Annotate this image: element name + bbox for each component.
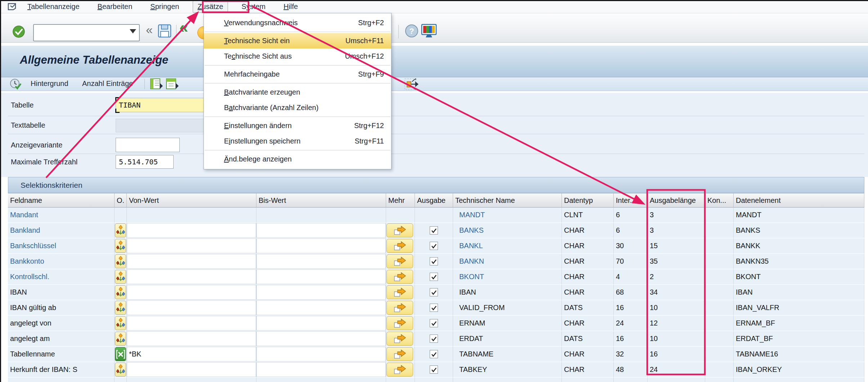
menu-item-batchvariante-erzeugen[interactable]: Batchvariante erzeugen: [204, 85, 391, 100]
menubar-item-springen[interactable]: Springen: [146, 1, 183, 12]
multiple-selection-icon[interactable]: [115, 363, 126, 377]
von-wert-cell[interactable]: [127, 285, 256, 300]
cell-selection-option: [115, 208, 127, 223]
anzahl-eintraege-button[interactable]: Anzahl Einträge: [82, 79, 133, 88]
save-icon[interactable]: [157, 23, 172, 40]
cell-feldname: Herkunft der IBAN: S: [8, 362, 115, 378]
mehr-selection-button[interactable]: [386, 223, 413, 237]
menu-item-shortcut: Strg+F12: [354, 122, 384, 130]
menu-separator: [205, 117, 390, 117]
menubar-item-system[interactable]: System: [237, 1, 270, 12]
ausgabe-checkbox[interactable]: [430, 288, 438, 296]
maximale-trefferzahl-input[interactable]: 5.514.705: [116, 155, 174, 169]
multiple-selection-icon[interactable]: [115, 270, 126, 284]
table-arrow-icon-1[interactable]: [150, 78, 164, 91]
menu-separator: [205, 32, 390, 32]
mehr-selection-button[interactable]: [386, 316, 413, 330]
ok-check-icon[interactable]: [12, 25, 25, 40]
multiple-selection-icon[interactable]: [115, 254, 126, 268]
bis-wert-cell[interactable]: [256, 300, 386, 316]
mehr-selection-button[interactable]: [386, 363, 413, 377]
von-wert-cell[interactable]: [127, 362, 256, 378]
system-menu-icon[interactable]: [7, 2, 18, 11]
table-arrow-icon-2[interactable]: [166, 78, 179, 91]
von-wert-cell[interactable]: [127, 238, 256, 254]
menu-item-technische-sicht-aus[interactable]: Technische Sicht ausUmsch+F12: [204, 49, 391, 64]
bis-wert-cell[interactable]: [256, 254, 386, 269]
menu-item-verwendungsnachweis[interactable]: VerwendungsnachweisStrg+F2: [204, 15, 391, 31]
mehr-selection-button[interactable]: [386, 347, 413, 361]
mehr-selection-button[interactable]: [386, 285, 413, 299]
menu-item--nd-belege-anzeigen[interactable]: Änd.belege anzeigen: [204, 151, 391, 167]
ausgabe-checkbox[interactable]: [430, 242, 438, 250]
cell-ausgabe: [415, 316, 453, 331]
von-wert-cell[interactable]: [127, 300, 256, 316]
von-wert-cell[interactable]: *BK: [127, 347, 256, 362]
mehr-selection-button[interactable]: [386, 254, 413, 268]
cell-mehr: [386, 238, 415, 254]
bis-wert-cell[interactable]: [256, 269, 386, 285]
menu-item-batchvariante-anzahl-zeilen-[interactable]: Batchvariante (Anzahl Zeilen): [204, 100, 391, 115]
bis-wert-cell[interactable]: [256, 285, 386, 300]
von-wert-cell[interactable]: [127, 269, 256, 285]
menubar-item-hilfe[interactable]: Hilfe: [279, 1, 302, 12]
multiple-selection-icon[interactable]: [115, 316, 126, 330]
mehr-selection-button[interactable]: [386, 301, 413, 315]
ausgabe-checkbox[interactable]: [430, 365, 438, 374]
cell-interne-laenge: 48: [614, 362, 648, 378]
command-dropdown-arrow-icon[interactable]: [130, 29, 136, 33]
multiple-selection-icon[interactable]: [115, 239, 126, 253]
bis-wert-cell[interactable]: [256, 238, 386, 254]
multiple-selection-icon[interactable]: [115, 332, 126, 346]
collapse-chevrons-icon[interactable]: «: [146, 23, 153, 37]
menu-item-technische-sicht-ein[interactable]: Technische Sicht einUmsch+F11: [204, 33, 391, 49]
von-wert-cell[interactable]: [127, 223, 256, 238]
empty-cell: [256, 378, 386, 382]
command-field[interactable]: [33, 24, 140, 41]
execute-background-clock-icon[interactable]: [9, 78, 22, 92]
von-wert-cell[interactable]: [127, 254, 256, 269]
ausgabe-checkbox[interactable]: [430, 350, 438, 358]
back-icon[interactable]: «: [179, 18, 188, 36]
bis-wert-cell[interactable]: [256, 316, 386, 331]
cell-mehr: [386, 223, 415, 238]
cell-ausgabelaenge: 12: [648, 316, 705, 331]
menu-item-label: Verwendungsnachweis: [224, 19, 298, 27]
multiple-selection-icon[interactable]: [115, 285, 126, 299]
mehr-selection-button[interactable]: [386, 270, 413, 284]
menubar-item-zustze[interactable]: Zusätze: [193, 1, 228, 13]
ausgabe-checkbox[interactable]: [430, 273, 438, 281]
page-title: Allgemeine Tabellenanzeige: [20, 54, 168, 67]
bis-wert-cell[interactable]: [256, 362, 386, 378]
bis-wert-cell[interactable]: [256, 331, 386, 347]
ausgabe-checkbox[interactable]: [430, 335, 438, 343]
mehr-selection-button[interactable]: [386, 239, 413, 253]
multiple-selection-icon[interactable]: [115, 223, 126, 237]
new-session-monitor-icon[interactable]: [421, 23, 437, 40]
ausgabe-checkbox[interactable]: [430, 257, 438, 265]
bis-wert-cell[interactable]: [256, 223, 386, 238]
table-row: BankkontoBANKNCHAR7035BANKN35: [8, 254, 864, 269]
ausgabe-checkbox[interactable]: [430, 226, 438, 235]
bis-wert-cell[interactable]: [256, 347, 386, 362]
von-wert-cell[interactable]: [127, 316, 256, 331]
empty-cell: [453, 378, 562, 382]
cell-interne-laenge: 4: [614, 269, 648, 285]
hintergrund-button[interactable]: Hintergrund: [31, 79, 68, 88]
menubar-item-bearbeiten[interactable]: Bearbeiten: [93, 1, 137, 12]
menubar-item-tabellenanzeige[interactable]: Tabellenanzeige: [23, 1, 84, 12]
ausgabe-checkbox[interactable]: [430, 319, 438, 327]
menu-item-einstellungen-ndern[interactable]: Einstellungen ändernStrg+F12: [204, 118, 391, 133]
multiple-selection-icon[interactable]: [115, 301, 126, 315]
distribute-icon[interactable]: [404, 78, 420, 92]
von-wert-cell[interactable]: [127, 331, 256, 347]
ausgabe-checkbox[interactable]: [430, 304, 438, 312]
menu-item-mehrfacheingabe[interactable]: MehrfacheingabeStrg+F9: [204, 67, 391, 82]
mehr-selection-button[interactable]: [386, 332, 413, 346]
menu-item-shortcut: Strg+F9: [358, 70, 384, 78]
help-icon[interactable]: ?: [405, 24, 419, 39]
menu-item-einstellungen-speichern[interactable]: Einstellungen speichernStrg+F11: [204, 133, 391, 149]
application-toolbar: Hintergrund Anzahl Einträge: [0, 77, 868, 91]
exclude-selection-icon[interactable]: [115, 347, 126, 361]
anzeigevariante-input[interactable]: [116, 138, 180, 152]
